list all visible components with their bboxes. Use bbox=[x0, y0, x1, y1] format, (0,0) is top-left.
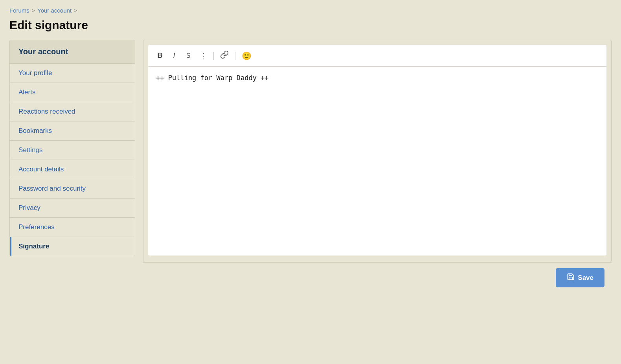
editor-toolbar: B I S ⋮ bbox=[148, 45, 606, 67]
sidebar-item-account-details[interactable]: Account details bbox=[10, 160, 135, 179]
main-content: B I S ⋮ bbox=[143, 40, 612, 293]
italic-icon: I bbox=[173, 51, 175, 60]
italic-button[interactable]: I bbox=[169, 50, 180, 61]
more-options-icon: ⋮ bbox=[199, 51, 207, 61]
save-button[interactable]: Save bbox=[556, 268, 604, 287]
strikethrough-button[interactable]: S bbox=[183, 50, 194, 61]
sidebar-item-signature[interactable]: Signature bbox=[10, 237, 135, 256]
bold-icon: B bbox=[158, 51, 163, 60]
sidebar: Your account Your profile Alerts Reactio… bbox=[9, 40, 135, 256]
sidebar-item-reactions-received[interactable]: Reactions received bbox=[10, 102, 135, 121]
emoji-button[interactable]: 🙂 bbox=[239, 50, 254, 62]
sidebar-item-preferences[interactable]: Preferences bbox=[10, 218, 135, 237]
strikethrough-icon: S bbox=[186, 52, 191, 59]
save-icon bbox=[567, 273, 575, 283]
breadcrumb-home[interactable]: Forums bbox=[9, 7, 29, 14]
editor-footer: Save bbox=[143, 262, 612, 293]
emoji-icon: 🙂 bbox=[242, 51, 252, 61]
sidebar-item-bookmarks[interactable]: Bookmarks bbox=[10, 121, 135, 141]
link-button[interactable] bbox=[218, 49, 231, 63]
signature-editor[interactable] bbox=[148, 67, 606, 256]
main-layout: Your account Your profile Alerts Reactio… bbox=[0, 40, 621, 302]
breadcrumb: Forums > Your account > bbox=[0, 0, 621, 17]
more-options-button[interactable]: ⋮ bbox=[197, 50, 209, 62]
toolbar-divider-2 bbox=[235, 52, 235, 60]
toolbar-divider bbox=[213, 52, 214, 60]
page-title: Edit signature bbox=[0, 17, 621, 40]
breadcrumb-parent[interactable]: Your account bbox=[37, 7, 72, 14]
sidebar-item-settings[interactable]: Settings bbox=[10, 141, 135, 160]
sidebar-item-password-security[interactable]: Password and security bbox=[10, 179, 135, 199]
sidebar-item-alerts[interactable]: Alerts bbox=[10, 83, 135, 102]
save-label: Save bbox=[578, 274, 593, 282]
breadcrumb-sep2: > bbox=[74, 7, 77, 14]
breadcrumb-sep1: > bbox=[32, 7, 35, 14]
sidebar-item-your-profile[interactable]: Your profile bbox=[10, 64, 135, 83]
sidebar-item-privacy[interactable]: Privacy bbox=[10, 199, 135, 218]
bold-button[interactable]: B bbox=[154, 50, 165, 61]
editor-wrapper: B I S ⋮ bbox=[143, 40, 612, 262]
sidebar-section-header: Your account bbox=[10, 40, 135, 64]
link-icon bbox=[220, 50, 229, 61]
